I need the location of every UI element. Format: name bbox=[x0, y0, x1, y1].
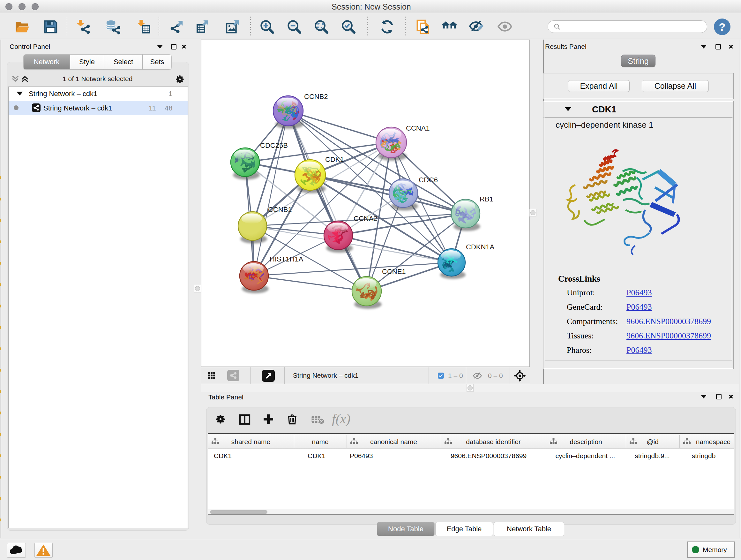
svg-text:CCNB2: CCNB2 bbox=[304, 92, 328, 101]
svg-text:CCNA2: CCNA2 bbox=[354, 214, 378, 223]
svg-text:CDKN1A: CDKN1A bbox=[466, 243, 495, 251]
svg-text:CCNA1: CCNA1 bbox=[406, 124, 430, 132]
svg-text:CDC6: CDC6 bbox=[419, 176, 438, 184]
svg-text:CDC25B: CDC25B bbox=[260, 141, 288, 149]
svg-text:CCNB1: CCNB1 bbox=[268, 206, 292, 213]
svg-text:HIST1H1A: HIST1H1A bbox=[270, 255, 303, 263]
svg-text:RB1: RB1 bbox=[480, 195, 493, 203]
svg-text:CCNE1: CCNE1 bbox=[382, 267, 406, 275]
svg-text:CDK1: CDK1 bbox=[325, 155, 344, 164]
